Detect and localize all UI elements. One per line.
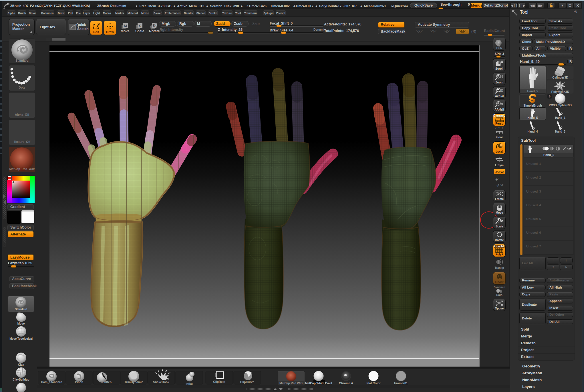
- svg-text:M: M: [124, 24, 127, 28]
- svg-text:S: S: [139, 24, 141, 28]
- svg-text:x1: x1: [500, 89, 503, 92]
